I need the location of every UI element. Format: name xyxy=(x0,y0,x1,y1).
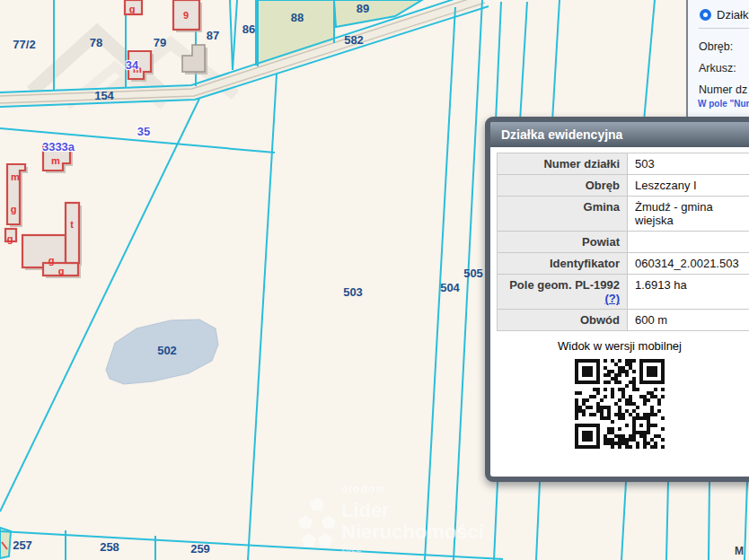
page: 77/2787987868889582154502503504505257258… xyxy=(0,0,749,560)
table-row: Identyfikator060314_2.0021.503 xyxy=(497,252,749,275)
table-row: Powiat xyxy=(497,231,749,253)
row-label: Obręb xyxy=(497,174,628,197)
map-attribution: M xyxy=(735,545,744,557)
row-value: Leszczany I xyxy=(627,174,749,197)
row-label: Obwód xyxy=(497,309,628,331)
sidebar-hint-text: W pole "Num xyxy=(698,99,749,109)
row-value: 060314_2.0021.503 xyxy=(627,252,749,275)
radio-label: Działki xyxy=(717,8,749,22)
parcel-attributes-table: Numer działki503ObrębLeszczany IGminaŻmu… xyxy=(497,153,749,331)
pond-502[interactable] xyxy=(106,319,218,384)
row-value: 600 m xyxy=(627,309,749,331)
row-label: Gmina xyxy=(497,196,628,232)
field-label-numer: Numer dz xyxy=(699,83,747,96)
field-label-obreb: Obręb: xyxy=(699,40,733,53)
table-row: ObrębLeszczany I xyxy=(497,174,749,197)
qr-code xyxy=(575,359,665,449)
layer-radio-row[interactable]: Działki xyxy=(700,8,749,22)
help-link[interactable]: (?) xyxy=(604,292,620,305)
mobile-view-caption: Widok w wersji mobilnej xyxy=(490,339,749,353)
table-row: Numer działki503 xyxy=(497,153,749,175)
field-label-arkusz: Arkusz: xyxy=(699,62,736,74)
row-value xyxy=(627,231,749,253)
row-value: 503 xyxy=(627,153,749,175)
row-value: Żmudź - gmina wiejska xyxy=(627,196,749,232)
table-row: GminaŻmudź - gmina wiejska xyxy=(497,196,749,232)
table-row: Obwód600 m xyxy=(497,309,749,331)
row-value: 1.6913 ha xyxy=(627,274,749,310)
row-label: Numer działki xyxy=(497,153,628,175)
sidebar-separator xyxy=(699,28,749,29)
table-row: Pole geom. PL-1992(?)1.6913 ha xyxy=(497,274,749,310)
radio-selected-icon[interactable] xyxy=(700,9,711,21)
parcel-info-popup: Działka ewidencyjna Numer działki503Obrę… xyxy=(485,117,749,482)
layers-sidebar: Działki Obręb: Arkusz: Numer dz W pole "… xyxy=(686,0,749,118)
row-label: Powiat xyxy=(497,231,628,253)
popup-title: Działka ewidencyjna xyxy=(490,122,749,147)
row-label: Pole geom. PL-1992(?) xyxy=(497,274,628,310)
row-label: Identyfikator xyxy=(497,252,628,275)
